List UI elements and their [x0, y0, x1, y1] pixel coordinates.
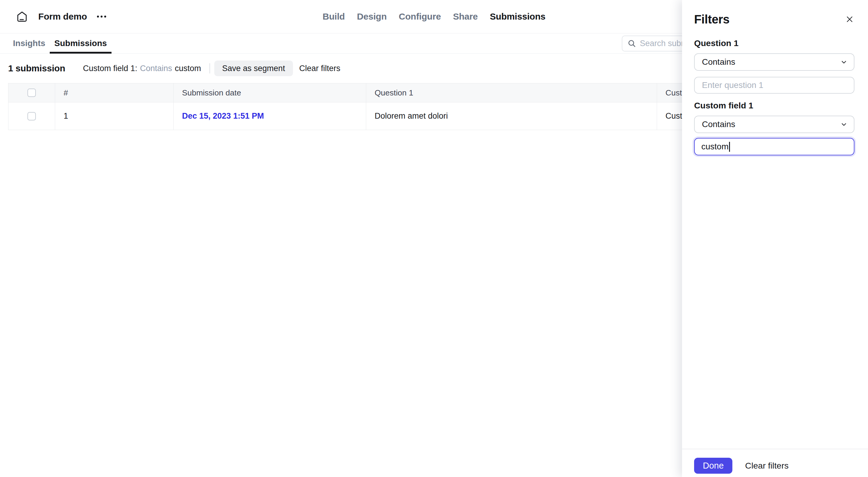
- close-panel-button[interactable]: [845, 14, 855, 24]
- column-header-number: #: [55, 83, 174, 102]
- chevron-down-icon: [840, 58, 848, 66]
- nav-item-build[interactable]: Build: [322, 11, 345, 22]
- tab-insights[interactable]: Insights: [8, 33, 50, 53]
- ellipsis-icon: [96, 15, 107, 18]
- chevron-down-icon: [840, 121, 848, 128]
- active-filter-chip[interactable]: Custom field 1: Contains custom: [83, 64, 201, 73]
- column-header-date: Submission date: [174, 83, 366, 102]
- custom-field1-value-text: custom: [701, 142, 728, 151]
- filter-chip-value: custom: [175, 64, 201, 73]
- filters-panel-header: Filters: [694, 13, 855, 26]
- row-checkbox-cell: [8, 102, 55, 130]
- home-icon: [17, 11, 27, 22]
- custom-field1-operator-select[interactable]: Contains: [694, 116, 855, 133]
- row-question1-cell: Dolorem amet dolori: [366, 102, 657, 130]
- filter-label-custom-field1: Custom field 1: [694, 101, 855, 110]
- form-title: Form demo: [38, 11, 87, 22]
- nav-item-configure[interactable]: Configure: [399, 11, 441, 22]
- custom-field1-value-input[interactable]: custom: [694, 138, 855, 156]
- row-number-cell: 1: [55, 102, 174, 130]
- table-header-checkbox-cell: [8, 83, 55, 102]
- filter-chip-field: Custom field 1:: [83, 64, 137, 73]
- row-checkbox[interactable]: [27, 112, 36, 121]
- panel-clear-filters-button[interactable]: Clear filters: [745, 461, 788, 471]
- select-all-checkbox[interactable]: [27, 89, 36, 97]
- column-header-question1: Question 1: [366, 83, 657, 102]
- toolbar-divider: [210, 63, 210, 73]
- filters-panel: Filters Question 1 Contains Custom field…: [682, 0, 868, 477]
- nav-item-share[interactable]: Share: [453, 11, 478, 22]
- home-button[interactable]: [16, 10, 28, 23]
- text-caret: [729, 142, 730, 152]
- submission-date-link[interactable]: Dec 15, 2023 1:51 PM: [182, 111, 264, 121]
- question1-operator-select[interactable]: Contains: [694, 53, 855, 71]
- submission-count: 1 submission: [8, 63, 65, 73]
- more-button[interactable]: [94, 13, 109, 20]
- filter-chip-operator: Contains: [140, 64, 172, 73]
- app-root: Form demo Build Design Configure Share S…: [0, 0, 868, 477]
- filters-panel-title: Filters: [694, 13, 730, 26]
- main-nav: Build Design Configure Share Submissions: [322, 11, 546, 22]
- tab-submissions[interactable]: Submissions: [50, 33, 111, 53]
- search-icon: [628, 39, 636, 47]
- custom-field1-operator-value: Contains: [702, 120, 735, 129]
- clear-filters-button[interactable]: Clear filters: [299, 64, 341, 73]
- filters-panel-footer: Done Clear filters: [682, 449, 868, 477]
- done-button[interactable]: Done: [694, 458, 733, 474]
- save-segment-button[interactable]: Save as segment: [214, 61, 293, 76]
- nav-item-design[interactable]: Design: [357, 11, 387, 22]
- filter-label-question1: Question 1: [694, 38, 855, 48]
- nav-item-submissions[interactable]: Submissions: [490, 11, 546, 22]
- question1-value-input[interactable]: [694, 77, 855, 94]
- close-icon: [846, 16, 853, 23]
- question1-operator-value: Contains: [702, 57, 735, 67]
